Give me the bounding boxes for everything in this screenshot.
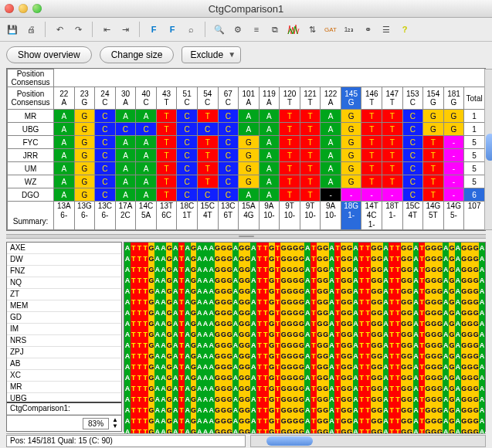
cell[interactable]: A [321, 175, 341, 188]
exclude-select[interactable]: Exclude [182, 46, 241, 63]
cell[interactable]: - [382, 188, 403, 202]
cell[interactable]: T [300, 123, 321, 136]
cell[interactable]: - [321, 188, 341, 202]
cell[interactable]: A [321, 162, 341, 175]
cell[interactable]: G [423, 110, 444, 123]
cell[interactable]: T [382, 149, 403, 162]
cell[interactable]: A [259, 110, 280, 123]
cell[interactable]: A [54, 149, 75, 162]
list-item[interactable]: GD [7, 312, 121, 324]
column-header[interactable]: 154G [423, 87, 444, 110]
column-header[interactable]: 24C [95, 87, 116, 110]
column-header[interactable]: 146T [361, 87, 382, 110]
cell[interactable]: T [156, 123, 177, 136]
column-header[interactable]: 120T [280, 87, 300, 110]
horizontal-scrollbar[interactable] [250, 435, 487, 447]
cell[interactable]: C [177, 136, 198, 149]
cell[interactable]: C [218, 110, 239, 123]
save-icon[interactable]: 💾 [5, 22, 20, 37]
cell[interactable]: G [341, 110, 361, 123]
cell[interactable]: A [136, 162, 157, 175]
cell[interactable]: T [423, 136, 444, 149]
cell[interactable]: G [74, 188, 95, 202]
cell[interactable]: T [280, 149, 300, 162]
column-header[interactable]: 147T [382, 87, 403, 110]
cell[interactable]: C [197, 123, 218, 136]
cell[interactable]: G [74, 123, 95, 136]
cell[interactable]: - [361, 188, 382, 202]
search-icon[interactable]: ⌕ [183, 22, 198, 37]
zoomin-icon[interactable]: 🔍 [212, 22, 227, 37]
cell[interactable]: A [259, 123, 280, 136]
cell[interactable]: G [341, 149, 361, 162]
cell[interactable]: T [361, 136, 382, 149]
cell[interactable]: C [177, 162, 198, 175]
cell[interactable]: A [115, 175, 136, 188]
align-icon[interactable]: ≡ [249, 22, 264, 37]
cell[interactable]: C [95, 188, 116, 202]
cell[interactable]: T [300, 110, 321, 123]
cell[interactable]: C [218, 188, 239, 202]
cell[interactable]: A [54, 162, 75, 175]
cell[interactable]: T [280, 123, 300, 136]
cell[interactable]: A [259, 136, 280, 149]
cell[interactable]: A [321, 149, 341, 162]
cell[interactable]: G [74, 136, 95, 149]
cell[interactable]: A [136, 175, 157, 188]
cell[interactable]: T [280, 188, 300, 202]
cell[interactable]: T [423, 175, 444, 188]
cell[interactable]: A [136, 149, 157, 162]
cell[interactable]: A [136, 136, 157, 149]
cell[interactable]: T [382, 123, 403, 136]
sample-label[interactable]: JRR [8, 149, 54, 162]
cell[interactable]: T [156, 110, 177, 123]
list-item[interactable]: IM [7, 324, 121, 335]
settings1-icon[interactable]: ⚙ [230, 22, 246, 37]
cell[interactable]: A [239, 110, 260, 123]
list-item[interactable]: FNZ [7, 266, 121, 277]
show-overview-button[interactable]: Show overview [6, 46, 92, 63]
cell[interactable]: T [382, 162, 403, 175]
list-item[interactable]: AXE [7, 243, 121, 254]
cell[interactable]: T [382, 136, 403, 149]
redo-icon[interactable]: ↷ [70, 22, 86, 37]
tag-icon[interactable]: GAT [323, 22, 338, 37]
cell[interactable]: G [239, 136, 260, 149]
cell[interactable]: T [156, 175, 177, 188]
cell[interactable]: C [197, 188, 218, 202]
column-header[interactable]: 122A [321, 87, 341, 110]
cell[interactable]: G [341, 175, 361, 188]
cell[interactable]: T [423, 188, 444, 202]
cell[interactable]: G [443, 123, 464, 136]
minimize-icon[interactable] [19, 4, 28, 13]
cell[interactable]: T [423, 162, 444, 175]
list-item[interactable]: AB [7, 358, 121, 370]
cell[interactable]: T [361, 149, 382, 162]
print-icon[interactable]: 🖨 [23, 22, 39, 37]
column-header[interactable]: 40C [136, 87, 157, 110]
cell[interactable]: G [74, 149, 95, 162]
cell[interactable]: T [156, 136, 177, 149]
cell[interactable]: - [443, 149, 464, 162]
cell[interactable]: - [341, 188, 361, 202]
cell[interactable]: T [280, 175, 300, 188]
numbers-icon[interactable]: 1₂₃ [341, 22, 357, 37]
flag2-icon[interactable]: F [165, 22, 180, 37]
column-header[interactable]: 181G [443, 87, 464, 110]
cell[interactable]: T [361, 162, 382, 175]
cell[interactable]: A [54, 110, 75, 123]
cell[interactable]: G [341, 162, 361, 175]
cell[interactable]: - [443, 136, 464, 149]
cell[interactable]: C [402, 175, 423, 188]
column-header[interactable]: 23G [74, 87, 95, 110]
cell[interactable]: C [177, 123, 198, 136]
zoom-value[interactable]: 83% [83, 418, 109, 429]
list-item[interactable]: NRS [7, 335, 121, 347]
cell[interactable]: A [115, 136, 136, 149]
cell[interactable]: T [156, 188, 177, 202]
cell[interactable]: T [300, 188, 321, 202]
cell[interactable]: G [74, 110, 95, 123]
cell[interactable]: C [402, 162, 423, 175]
column-header[interactable]: 153C [402, 87, 423, 110]
cell[interactable]: C [95, 136, 116, 149]
